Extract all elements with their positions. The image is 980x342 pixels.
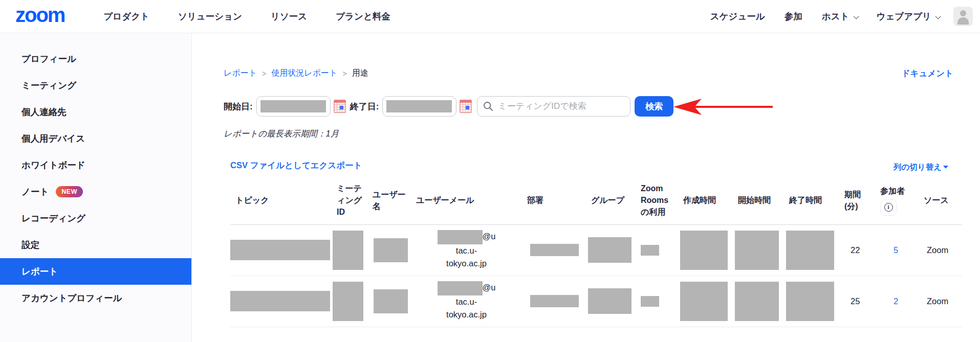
redacted-department xyxy=(530,295,579,307)
col-department: 部署 xyxy=(522,176,586,224)
table-header-row: トピック ミーティング ID ユーザー名 ユーザーメール 部署 グループ Zoo… xyxy=(230,176,962,224)
new-badge: NEW xyxy=(56,186,83,197)
redacted-created-time xyxy=(680,282,728,321)
redacted-end-time xyxy=(786,282,834,321)
participants-count-link[interactable]: 5 xyxy=(894,245,898,255)
avatar-person-icon xyxy=(957,17,969,25)
redacted-zoom-rooms xyxy=(641,296,659,307)
redacted-meeting-id xyxy=(333,231,363,270)
user-email-cell: @u tac.u- tokyo.ac.jp xyxy=(411,276,522,327)
breadcrumb-reports[interactable]: レポート xyxy=(224,68,257,79)
breadcrumb: レポート > 使用状況レポート > 用途 xyxy=(224,68,368,79)
nav-plans-pricing[interactable]: プランと料金 xyxy=(336,10,390,22)
end-date-field[interactable] xyxy=(382,96,456,117)
main-content: レポート > 使用状況レポート > 用途 ドキュメント 開始日: 終了日: 検索 xyxy=(192,33,980,342)
redacted-department xyxy=(530,244,579,256)
redacted-topic xyxy=(230,240,330,260)
chevron-down-icon xyxy=(853,13,859,19)
table-row: @u tac.u- tokyo.ac.jp 25 2 Zoom xyxy=(230,276,962,327)
search-button[interactable]: 検索 xyxy=(635,96,673,117)
col-zoom-rooms: Zoom Roomsの利用 xyxy=(636,176,678,224)
start-date-label: 開始日: xyxy=(224,101,253,112)
redacted-email-prefix xyxy=(438,281,483,295)
participants-count-link[interactable]: 2 xyxy=(894,297,898,306)
breadcrumb-separator: > xyxy=(262,70,266,78)
caret-down-icon xyxy=(943,166,948,169)
redacted-value xyxy=(260,100,326,112)
sidebar-item-personal-devices[interactable]: 個人用デバイス xyxy=(0,125,191,152)
zoom-web-portal: zoom プロダクト ソリューション リソース プランと料金 スケジュール 参加… xyxy=(0,0,980,342)
nav-resources[interactable]: リソース xyxy=(271,10,307,22)
nav-solutions[interactable]: ソリューション xyxy=(178,10,242,22)
source-cell: Zoom xyxy=(919,276,962,327)
duration-cell: 25 xyxy=(839,276,875,327)
info-icon-chip[interactable]: i xyxy=(880,199,897,216)
redacted-value xyxy=(386,100,452,112)
search-icon xyxy=(483,101,493,111)
sidebar-item-personal-contacts[interactable]: 個人連絡先 xyxy=(0,99,191,125)
sidebar-item-notes[interactable]: ノート NEW xyxy=(0,178,191,205)
nav-host-menu[interactable]: ホスト xyxy=(822,10,857,22)
top-navigation: zoom プロダクト ソリューション リソース プランと料金 スケジュール 参加… xyxy=(0,0,980,33)
redacted-meeting-id xyxy=(333,282,363,321)
redacted-topic xyxy=(230,291,330,311)
redacted-email-prefix xyxy=(438,230,483,244)
redacted-group xyxy=(588,237,631,263)
col-topic: トピック xyxy=(230,176,332,224)
start-date-field[interactable] xyxy=(256,96,331,117)
duration-cell: 22 xyxy=(839,224,875,276)
col-participants: 参加者 i xyxy=(875,176,919,224)
report-period-note: レポートの最長表示期間：1月 xyxy=(224,128,339,140)
nav-webapp-menu[interactable]: ウェブアプリ xyxy=(877,10,939,22)
redacted-start-time xyxy=(735,231,779,270)
breadcrumb-usage-reports[interactable]: 使用状況レポート xyxy=(271,68,337,79)
redacted-end-time xyxy=(786,231,834,270)
search-field-wrap xyxy=(477,96,630,117)
meeting-id-search-input[interactable] xyxy=(477,96,630,117)
filter-bar: 開始日: 終了日: 検索 xyxy=(224,96,673,117)
col-start-time: 開始時間 xyxy=(733,176,784,224)
nav-products[interactable]: プロダクト xyxy=(103,10,149,22)
export-csv-link[interactable]: CSV ファイルとしてエクスポート xyxy=(230,160,362,171)
sidebar: プロフィール ミーティング 個人連絡先 個人用デバイス ホワイトボード ノート … xyxy=(0,33,192,342)
secondary-nav: スケジュール 参加 ホスト ウェブアプリ xyxy=(710,10,939,22)
sidebar-item-whiteboard[interactable]: ホワイトボード xyxy=(0,152,191,178)
red-arrow-annotation xyxy=(672,98,774,116)
redacted-zoom-rooms xyxy=(641,245,659,256)
col-group: グループ xyxy=(586,176,636,224)
avatar-person-icon xyxy=(960,10,966,16)
sidebar-item-meetings[interactable]: ミーティング xyxy=(0,72,191,99)
zoom-logo[interactable]: zoom xyxy=(15,5,64,28)
redacted-created-time xyxy=(680,231,728,270)
sidebar-item-profile[interactable]: プロフィール xyxy=(0,45,191,72)
toggle-columns-link[interactable]: 列の切り替え xyxy=(894,162,948,173)
sidebar-item-account-profile[interactable]: アカウントプロフィール xyxy=(0,285,191,311)
col-meeting-id: ミーティング ID xyxy=(332,176,367,224)
col-duration: 期間 (分) xyxy=(839,176,875,224)
usage-report-table: トピック ミーティング ID ユーザー名 ユーザーメール 部署 グループ Zoo… xyxy=(230,176,962,327)
user-avatar[interactable] xyxy=(953,7,973,26)
redacted-start-time xyxy=(735,282,779,321)
redacted-user-name xyxy=(374,289,408,313)
source-cell: Zoom xyxy=(919,224,962,276)
calendar-icon[interactable] xyxy=(334,100,346,113)
redacted-group xyxy=(588,288,631,314)
col-end-time: 終了時間 xyxy=(784,176,839,224)
col-source: ソース xyxy=(919,176,962,224)
breadcrumb-separator: > xyxy=(342,70,346,78)
sidebar-item-recordings[interactable]: レコーディング xyxy=(0,205,191,232)
calendar-icon[interactable] xyxy=(460,100,472,113)
info-icon: i xyxy=(884,203,893,212)
documentation-link[interactable]: ドキュメント xyxy=(902,68,953,79)
col-created-time: 作成時間 xyxy=(678,176,733,224)
primary-nav: プロダクト ソリューション リソース プランと料金 xyxy=(103,10,390,22)
nav-join[interactable]: 参加 xyxy=(785,10,802,22)
user-email-cell: @u tac.u- tokyo.ac.jp xyxy=(411,224,522,276)
redacted-user-name xyxy=(374,238,408,262)
col-user-name: ユーザー名 xyxy=(367,176,411,224)
nav-schedule[interactable]: スケジュール xyxy=(710,10,765,22)
table-row: @u tac.u- tokyo.ac.jp 22 5 Zoom xyxy=(230,224,962,276)
sidebar-item-settings[interactable]: 設定 xyxy=(0,232,191,258)
sidebar-item-reports[interactable]: レポート xyxy=(0,258,191,285)
breadcrumb-current: 用途 xyxy=(352,68,368,79)
